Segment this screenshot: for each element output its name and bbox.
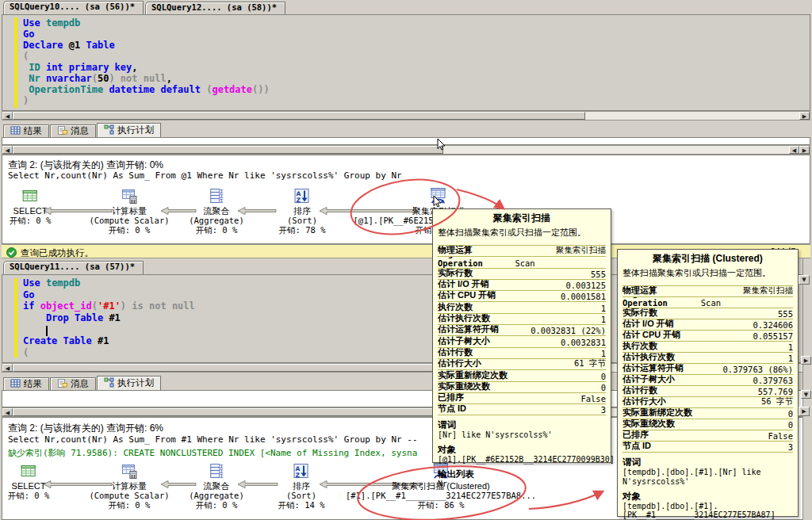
operator-cost: 开销: 0 %: [8, 491, 50, 500]
property-label: 估计执行次数: [438, 314, 490, 324]
scrollbar-thumb[interactable]: [13, 408, 443, 416]
scroll-left-icon[interactable]: ◀: [2, 146, 13, 154]
property-label: 执行次数: [438, 302, 473, 312]
property-value: 0.0001581: [561, 292, 606, 301]
svg-text:Σ: Σ: [220, 198, 223, 205]
messages-icon: [57, 378, 67, 390]
tooltip-property-row: 估计行大小56 字节: [622, 397, 793, 408]
scroll-right-icon[interactable]: ▶: [799, 146, 810, 154]
property-label: 节点 ID: [622, 442, 651, 452]
property-value: 聚集索引扫描: [743, 285, 793, 296]
property-label: 执行次数: [622, 342, 657, 352]
tooltip-property-row: 估计 I/O 开销0.003125: [438, 280, 606, 291]
scroll-right-icon[interactable]: ▶: [799, 407, 810, 416]
tooltip-property-row: 估计执行次数1: [438, 314, 606, 325]
property-value: 61 字节: [574, 359, 606, 369]
property-value: 0.055157: [753, 331, 793, 341]
property-label: 估计 I/O 开销: [622, 319, 674, 330]
tooltip-property-row: 估计行大小61 字节: [438, 359, 606, 370]
property-label: 估计运算符开销: [438, 325, 499, 335]
execution-plan-pane-1[interactable]: 查询 2: (与该批有关的) 查询开销: 0% Select Nr,count(…: [2, 155, 810, 244]
property-label: 估计运算符开销: [622, 364, 684, 374]
operator-cost: 开销: 78 %: [279, 225, 326, 235]
editor1-horizontal-scrollbar[interactable]: ◀ ▶: [2, 111, 810, 120]
tooltip-section-value: [@1].[PK__#6E2152B__3214EC2770099B30]: [438, 455, 606, 465]
property-label: 物理运算: [438, 245, 473, 256]
plan-operator-stream-aggregate[interactable]: ΣΣΣ流聚合(Aggregate)开销: 0 %: [189, 462, 244, 510]
plan-operator-sort[interactable]: AZ排序(Sort)开销: 78 %: [279, 187, 326, 235]
text-cursor: [46, 326, 48, 336]
property-value: Clustered Index Scan: [515, 257, 606, 267]
results-tab-label: 结果: [24, 125, 42, 137]
results-tab-plan[interactable]: 执行计划: [97, 376, 161, 390]
operator-subtitle: (Compute Scalar): [89, 491, 169, 500]
scroll-left-icon[interactable]: ◀: [2, 408, 13, 416]
tooltip-property-row: Logical OperationClustered Index Scan: [622, 297, 793, 308]
tooltip-section-value: [tempdb].[dbo].[#1].: [622, 502, 793, 511]
document-tab[interactable]: SQLQuery10.... (sa (56))*: [3, 1, 144, 14]
tooltip-description: 整体扫描聚集索引或只扫描一定范围。: [622, 267, 793, 279]
tooltip-property-row: 估计 CPU 开销0.055157: [622, 331, 793, 342]
property-label: 实际行数: [622, 308, 657, 319]
execution-plan-icon: [104, 377, 114, 389]
sql-code-1[interactable]: Use tempdbGoDeclare @1 Table( ID int pri…: [23, 17, 270, 106]
property-value: 555: [591, 270, 606, 279]
document-tab-bar-1: SQLQuery10.... (sa (56))*SQLQuery12.... …: [0, 0, 812, 14]
scroll-left-icon[interactable]: ◀: [789, 146, 799, 154]
results-tab-message[interactable]: 消息: [50, 124, 96, 137]
results-tab-grid[interactable]: 结果: [3, 377, 49, 390]
property-label: 物理运算: [622, 285, 657, 296]
operator-cost: 开销: 0 %: [189, 225, 244, 235]
sort-operator-icon: AZ: [293, 462, 310, 480]
scroll-left-icon[interactable]: ◀: [2, 112, 13, 120]
plan-operator-select[interactable]: SELECT开销: 0 %: [10, 187, 52, 225]
sql-editor-1[interactable]: Use tempdbGoDeclare @1 Table( ID int pri…: [2, 14, 810, 111]
scroll-down-icon[interactable]: ▼: [801, 390, 811, 399]
tooltip-section-value: [tempdb].[dbo].[#1].[Nr] like: [622, 468, 793, 477]
results-tab-plan[interactable]: 执行计划: [97, 123, 161, 137]
plan-operator-select[interactable]: SELECT开销: 0 %: [8, 462, 50, 500]
stream-aggregate-operator-icon: ΣΣΣ: [208, 462, 225, 480]
property-value: 0.379763 (86%): [722, 365, 793, 374]
document-tab[interactable]: SQLQuery11.... (sa (57))*: [3, 261, 144, 274]
tooltip-description: 整体扫描聚集索引或只扫描一定范围。: [438, 227, 606, 239]
plan-operator-compute-scalar[interactable]: 计算标量(Compute Scalar)开销: 0 %: [89, 462, 169, 510]
results-tab-message[interactable]: 消息: [50, 377, 96, 390]
operator-subtitle: (Sort): [279, 216, 326, 225]
plan-operator-stream-aggregate[interactable]: ΣΣΣ流聚合(Aggregate)开销: 0 %: [189, 187, 244, 235]
results-tab-grid[interactable]: 结果: [3, 124, 49, 137]
tooltip-property-row: 实际行数555: [622, 308, 793, 319]
plan1-horizontal-scrollbar[interactable]: ◀ ◀ ▶: [2, 145, 810, 155]
property-value: 0: [788, 420, 793, 430]
sql-code-2[interactable]: Use tempdbGoif object_id('#1') is not nu…: [23, 277, 195, 358]
document-tab[interactable]: SQLQuery12.... (sa (58))*: [145, 2, 285, 14]
plan-operator-sort[interactable]: AZ排序(Sort)开销: 14 %: [278, 462, 325, 510]
property-value: 0: [601, 372, 606, 381]
scroll-right-icon[interactable]: ▶: [799, 112, 810, 120]
tooltip-property-row: 估计 CPU 开销0.0001581: [438, 291, 606, 302]
code-line: (: [23, 51, 270, 62]
scroll-down-icon[interactable]: ▼: [799, 275, 810, 285]
tooltip-property-row: 估计运算符开销0.0032831 (22%): [438, 325, 606, 336]
code-line: Use tempdb: [23, 277, 195, 289]
tooltip-property-row: 执行次数1: [438, 302, 606, 313]
tooltip-property-row: 实际重绕次数0: [622, 419, 793, 430]
code-line: OperationTime datetime default (getdate(…: [23, 84, 270, 95]
property-label: 估计子树大小: [622, 375, 675, 385]
plan-operator-compute-scalar[interactable]: 计算标量(Compute Scalar)开销: 0 %: [89, 187, 169, 235]
compute-scalar-operator-icon: [121, 187, 138, 205]
scroll-right-icon[interactable]: ▶: [801, 356, 811, 365]
property-value: 0.324606: [753, 320, 793, 330]
scroll-left-icon[interactable]: ◀: [2, 364, 13, 372]
results-tab-label: 消息: [71, 125, 89, 137]
svg-text:Z: Z: [296, 472, 301, 479]
scrollbar-thumb[interactable]: [13, 146, 443, 154]
operator-subtitle: (Compute Scalar): [89, 216, 169, 225]
operator-subtitle: (Aggregate): [189, 216, 244, 225]
svg-text:Z: Z: [297, 197, 301, 204]
tooltip-section-label: 输出列表: [438, 469, 606, 480]
ssms-window: SQLQuery10.... (sa (56))*SQLQuery12.... …: [0, 0, 812, 520]
property-label: 估计行数: [622, 386, 657, 396]
property-value: 0.003125: [565, 281, 606, 290]
scrollbar-thumb[interactable]: [13, 112, 585, 120]
